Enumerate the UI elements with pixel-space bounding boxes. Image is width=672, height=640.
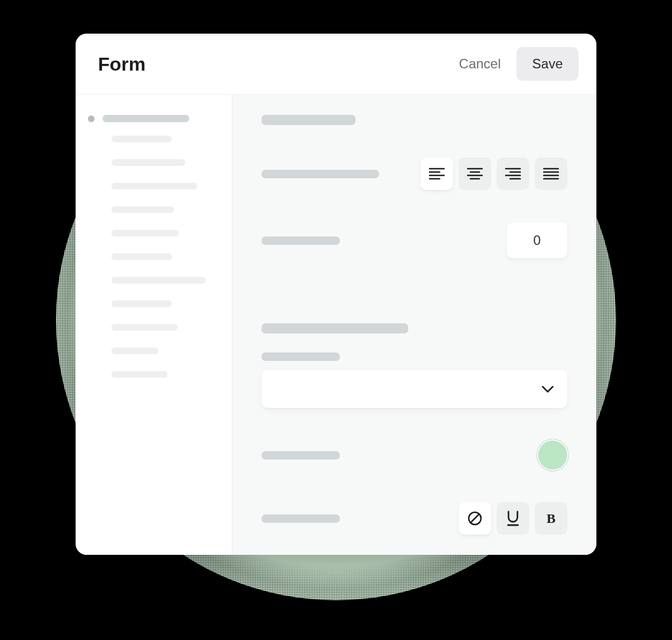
svg-line-17 — [470, 514, 479, 523]
sidebar-item-active[interactable] — [88, 115, 220, 122]
dialog-body: B — [76, 95, 596, 555]
field-label — [262, 170, 379, 178]
style-group: B — [459, 502, 567, 535]
align-right-button[interactable] — [497, 157, 529, 190]
align-left-button[interactable] — [421, 157, 453, 190]
cancel-button[interactable]: Cancel — [454, 49, 507, 78]
sidebar-subitem[interactable] — [111, 371, 167, 378]
none-icon — [467, 511, 483, 526]
header-actions: Cancel Save — [454, 47, 578, 81]
field-color — [262, 440, 567, 470]
sidebar — [76, 95, 232, 555]
align-center-button[interactable] — [459, 157, 491, 190]
sidebar-subitem[interactable] — [111, 183, 197, 189]
select-input[interactable] — [262, 370, 567, 408]
form-dialog: Form Cancel Save — [76, 34, 596, 555]
section-title — [262, 115, 567, 125]
bold-icon: B — [547, 511, 556, 526]
field-select — [262, 353, 567, 408]
sidebar-item-label — [102, 115, 189, 122]
sidebar-subitem[interactable] — [111, 230, 179, 236]
dialog-header: Form Cancel Save — [76, 34, 596, 95]
save-button[interactable]: Save — [516, 47, 578, 81]
sidebar-subitem[interactable] — [111, 277, 206, 284]
alignment-group — [421, 157, 567, 190]
align-center-icon — [467, 168, 483, 180]
align-right-icon — [505, 168, 521, 180]
field-label — [262, 236, 340, 245]
sidebar-subitem[interactable] — [111, 324, 178, 331]
sidebar-subitem[interactable] — [111, 159, 185, 166]
dialog-title: Form — [98, 53, 146, 75]
field-label — [262, 451, 340, 460]
bullet-icon — [88, 115, 95, 122]
field-alignment — [262, 157, 567, 190]
main-panel: B — [232, 95, 596, 555]
field-label — [262, 514, 340, 523]
underline-button[interactable] — [497, 502, 529, 535]
color-swatch[interactable] — [538, 440, 567, 470]
underline-icon — [506, 511, 520, 526]
style-none-button[interactable] — [459, 502, 491, 535]
sidebar-subitem[interactable] — [111, 300, 172, 307]
field-number — [262, 222, 567, 258]
number-input[interactable] — [507, 222, 567, 258]
align-left-icon — [429, 168, 445, 180]
sidebar-children — [111, 136, 220, 378]
bold-button[interactable]: B — [535, 502, 567, 535]
section-title — [262, 323, 567, 333]
sidebar-subitem[interactable] — [111, 347, 158, 354]
sidebar-subitem[interactable] — [111, 136, 172, 142]
chevron-down-icon — [542, 386, 554, 393]
field-style: B — [262, 502, 567, 535]
field-label — [262, 353, 567, 361]
sidebar-subitem[interactable] — [111, 206, 174, 213]
sidebar-subitem[interactable] — [111, 253, 172, 260]
align-justify-button[interactable] — [535, 157, 567, 190]
align-justify-icon — [543, 168, 559, 180]
